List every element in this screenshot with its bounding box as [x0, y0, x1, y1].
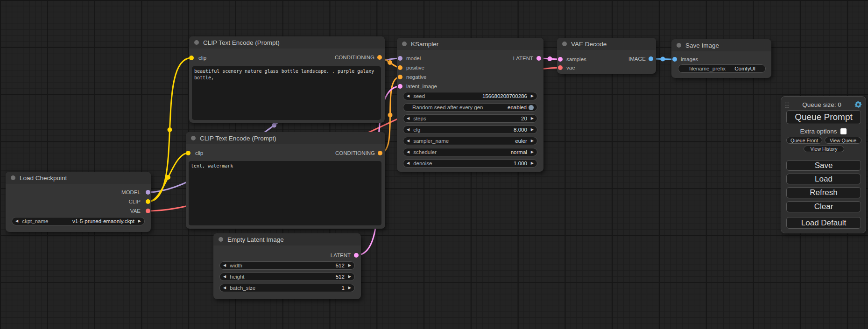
decrement-arrow-icon[interactable]: ◀ — [407, 114, 409, 123]
widget-steps[interactable]: ◀ steps 20 ▶ — [403, 114, 537, 123]
collapse-dot-icon[interactable] — [402, 42, 407, 46]
output-dot-conditioning[interactable] — [377, 55, 382, 60]
prompt-textarea-positive[interactable]: beautiful scenery nature glass bottle la… — [192, 66, 381, 120]
node-title-bar[interactable]: CLIP Text Encode (Prompt) — [186, 132, 385, 144]
queue-prompt-button[interactable]: Queue Prompt — [786, 110, 861, 124]
widget-height[interactable]: ◀ height 512 ▶ — [219, 273, 355, 281]
decrement-arrow-icon[interactable]: ◀ — [407, 92, 409, 100]
extra-options-checkbox[interactable] — [840, 128, 847, 134]
widget-batch-size[interactable]: ◀ batch_size 1 ▶ — [219, 284, 355, 292]
node-empty-latent-image[interactable]: Empty Latent Image LATENT ◀ width 512 ▶ … — [213, 233, 361, 299]
input-label-samples: samples — [566, 55, 586, 64]
decrement-arrow-icon[interactable]: ◀ — [407, 126, 409, 134]
node-save-image[interactable]: Save Image images filename_prefix ComfyU… — [671, 39, 771, 78]
menu-header: Queue size: 0 — [785, 100, 862, 109]
output-dot-model[interactable] — [146, 190, 150, 195]
collapse-dot-icon[interactable] — [194, 40, 199, 45]
widget-filename-prefix[interactable]: filename_prefix ComfyUI — [678, 64, 766, 73]
node-title: CLIP Text Encode (Prompt) — [203, 39, 280, 46]
node-clip-text-encode-positive[interactable]: CLIP Text Encode (Prompt) clip CONDITION… — [189, 36, 385, 123]
increment-arrow-icon[interactable]: ▶ — [531, 159, 534, 168]
collapse-dot-icon[interactable] — [219, 237, 223, 242]
widget-seed[interactable]: ◀ seed 156680208700286 ▶ — [403, 92, 537, 100]
increment-arrow-icon[interactable]: ▶ — [348, 273, 351, 281]
toggle-dot-icon[interactable] — [529, 105, 534, 110]
widget-sampler-name[interactable]: ◀ sampler_name euler ▶ — [403, 137, 537, 145]
input-dot-clip[interactable] — [189, 56, 194, 60]
save-button[interactable]: Save — [786, 160, 861, 171]
increment-arrow-icon[interactable]: ▶ — [531, 92, 534, 100]
input-dot-model[interactable] — [398, 56, 402, 61]
widget-width[interactable]: ◀ width 512 ▶ — [219, 261, 355, 270]
widget-value: v1-5-pruned-emaonly.ckpt — [72, 218, 134, 224]
link-dot-conditioning-positive — [388, 60, 392, 65]
queue-size-label: Queue size: 0 — [789, 101, 854, 108]
collapse-dot-icon[interactable] — [11, 175, 15, 180]
output-dot-clip[interactable] — [146, 199, 150, 204]
input-dot-images[interactable] — [672, 57, 677, 62]
output-dot-vae[interactable] — [146, 209, 150, 213]
collapse-dot-icon[interactable] — [562, 42, 567, 46]
output-dot-latent[interactable] — [354, 253, 359, 258]
node-graph-canvas[interactable]: Load Checkpoint MODEL CLIP VAE ◀ ckpt_na… — [0, 0, 868, 329]
node-title-bar[interactable]: Empty Latent Image — [213, 233, 361, 245]
queue-front-button[interactable]: Queue Front — [786, 137, 822, 144]
view-queue-button[interactable]: View Queue — [825, 137, 861, 144]
decrement-arrow-icon[interactable]: ◀ — [15, 217, 18, 225]
input-dot-samples[interactable] — [558, 57, 563, 62]
input-label-clip: clip — [198, 53, 206, 63]
node-load-checkpoint[interactable]: Load Checkpoint MODEL CLIP VAE ◀ ckpt_na… — [6, 172, 151, 232]
node-clip-text-encode-negative[interactable]: CLIP Text Encode (Prompt) clip CONDITION… — [186, 132, 385, 229]
input-dot-vae[interactable] — [558, 65, 563, 70]
node-vae-decode[interactable]: VAE Decode samples vae IMAGE — [557, 38, 656, 74]
decrement-arrow-icon[interactable]: ◀ — [407, 137, 409, 145]
input-dot-negative[interactable] — [398, 75, 402, 79]
input-label-vae: vae — [566, 63, 575, 72]
node-title-bar[interactable]: CLIP Text Encode (Prompt) — [189, 36, 385, 49]
load-button[interactable]: Load — [786, 174, 861, 184]
decrement-arrow-icon[interactable]: ◀ — [223, 261, 226, 270]
refresh-button[interactable]: Refresh — [786, 187, 861, 198]
widget-ckpt-name[interactable]: ◀ ckpt_name v1-5-pruned-emaonly.ckpt ▶ — [12, 217, 145, 225]
decrement-arrow-icon[interactable]: ◀ — [407, 148, 409, 156]
decrement-arrow-icon[interactable]: ◀ — [223, 273, 226, 281]
node-title-bar[interactable]: VAE Decode — [557, 38, 656, 50]
node-title-bar[interactable]: KSampler — [397, 38, 543, 50]
increment-arrow-icon[interactable]: ▶ — [348, 261, 351, 270]
clear-button[interactable]: Clear — [786, 201, 861, 212]
input-dot-latent-image[interactable] — [398, 84, 402, 89]
decrement-arrow-icon[interactable]: ◀ — [223, 284, 226, 292]
increment-arrow-icon[interactable]: ▶ — [531, 126, 534, 134]
increment-arrow-icon[interactable]: ▶ — [348, 284, 351, 292]
settings-gear-icon[interactable] — [854, 101, 862, 108]
increment-arrow-icon[interactable]: ▶ — [531, 148, 534, 156]
output-label-model: MODEL — [121, 188, 141, 197]
output-label-conditioning: CONDITIONING — [335, 148, 375, 158]
output-dot-image[interactable] — [649, 56, 653, 61]
increment-arrow-icon[interactable]: ▶ — [531, 114, 534, 123]
collapse-dot-icon[interactable] — [677, 43, 681, 48]
increment-arrow-icon[interactable]: ▶ — [138, 217, 141, 225]
widget-denoise[interactable]: ◀ denoise 1.000 ▶ — [403, 159, 537, 168]
collapse-dot-icon[interactable] — [191, 136, 196, 140]
increment-arrow-icon[interactable]: ▶ — [531, 137, 534, 145]
load-default-button[interactable]: Load Default — [786, 217, 861, 229]
input-dot-positive[interactable] — [398, 65, 402, 70]
node-title-bar[interactable]: Save Image — [671, 39, 771, 51]
output-dot-latent[interactable] — [536, 56, 541, 61]
drag-handle-icon[interactable] — [785, 101, 789, 108]
input-dot-clip[interactable] — [186, 151, 191, 155]
widget-scheduler[interactable]: ◀ scheduler normal ▶ — [403, 148, 537, 156]
widget-cfg[interactable]: ◀ cfg 8.000 ▶ — [403, 126, 537, 134]
output-dot-conditioning[interactable] — [378, 151, 382, 155]
widget-random-seed-toggle[interactable]: Random seed after every gen enabled — [403, 103, 537, 112]
node-ksampler[interactable]: KSampler model positive negative latent_… — [397, 38, 543, 172]
widget-label: ckpt_name — [22, 218, 72, 224]
prompt-textarea-negative[interactable]: text, watermark — [189, 161, 381, 225]
decrement-arrow-icon[interactable]: ◀ — [407, 159, 409, 168]
node-title: Empty Latent Image — [227, 236, 284, 243]
input-label-model: model — [406, 54, 421, 63]
node-title-bar[interactable]: Load Checkpoint — [6, 172, 151, 184]
output-label-vae: VAE — [130, 206, 141, 216]
view-history-button[interactable]: View History — [804, 146, 844, 152]
